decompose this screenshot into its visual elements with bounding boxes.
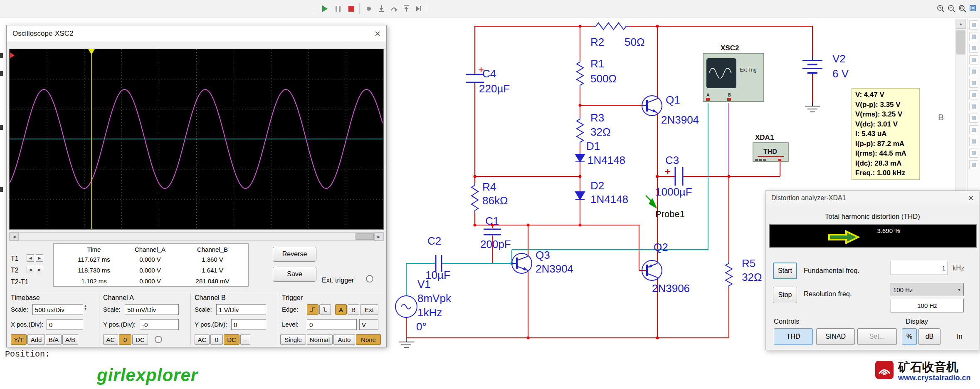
oscilloscope-titlebar[interactable]: Oscilloscope-XSC2 × xyxy=(7,25,386,42)
step-out-icon[interactable] xyxy=(400,2,412,15)
falling-edge-button[interactable] xyxy=(319,304,331,315)
scroll-right-icon[interactable]: ▶ xyxy=(374,233,383,240)
cursor-1-handle[interactable] xyxy=(88,49,95,55)
instrument-icon-8[interactable] xyxy=(969,137,978,146)
instrument-icon-2[interactable] xyxy=(969,67,978,76)
instrument-icon-4[interactable] xyxy=(969,90,978,99)
scrollbar-thumb[interactable] xyxy=(956,30,965,55)
run-to-cursor-icon[interactable] xyxy=(412,2,425,15)
channel-a-zero-button[interactable]: 0 xyxy=(119,334,131,345)
scroll-up-icon[interactable]: ▲ xyxy=(956,19,966,29)
trigger-none-button[interactable]: None xyxy=(356,334,381,345)
oscilloscope-window[interactable]: Oscilloscope-XSC2 × ◀ ▶ T1 ◀ ▶ T2 ◀ ▶ T2… xyxy=(6,25,387,347)
scope-hscrollbar[interactable]: ◀ ▶ xyxy=(9,232,384,241)
settings-button[interactable]: Set... xyxy=(857,328,897,345)
ab-mode-button[interactable]: A/B xyxy=(62,334,78,345)
resolution-freq-dropdown[interactable]: 100 Hz ▼ xyxy=(891,283,964,296)
instrument-icon-9[interactable] xyxy=(969,149,978,158)
channel-b-zero-button[interactable]: 0 xyxy=(210,334,223,345)
trigger-level-input[interactable]: 0 xyxy=(307,319,357,330)
transistor-Q3[interactable] xyxy=(512,253,532,273)
channel-b-ypos-input[interactable]: 0 xyxy=(231,319,266,330)
channel-b-ac-button[interactable]: AC xyxy=(195,334,210,345)
add-mode-button[interactable]: Add xyxy=(27,334,45,345)
analyzer-titlebar[interactable]: Distortion analyzer-XDA1 × xyxy=(765,191,980,205)
trigger-source-b-button[interactable]: B xyxy=(348,304,359,315)
resistor-R3[interactable] xyxy=(577,117,583,144)
pause-at-breakpoint-icon[interactable] xyxy=(363,2,375,15)
capacitor-C3[interactable] xyxy=(675,167,683,186)
channel-b-scale-input[interactable]: 1 V/Div xyxy=(216,304,266,315)
ext-trigger-terminal[interactable] xyxy=(366,275,373,282)
rising-edge-button[interactable] xyxy=(307,304,318,315)
channel-a-scale-input[interactable]: 50 mV/Div xyxy=(125,304,179,315)
save-button[interactable]: Save xyxy=(273,267,316,282)
reverse-button[interactable]: Reverse xyxy=(273,247,316,262)
channel-a-ypos-input[interactable]: -0 xyxy=(140,319,179,330)
instrument-icon-3[interactable] xyxy=(969,79,978,88)
capacitor-C4[interactable] xyxy=(466,74,484,82)
timebase-scale-input[interactable]: 500 us/Div xyxy=(32,304,83,315)
stop-simulation-icon[interactable] xyxy=(345,2,358,15)
step-into-icon[interactable] xyxy=(375,2,388,15)
t2-left-icon[interactable]: ◀ xyxy=(27,266,34,273)
resistor-R4[interactable] xyxy=(471,183,478,213)
yt-mode-button[interactable]: Y/T xyxy=(11,334,27,345)
source-V1[interactable] xyxy=(395,296,417,317)
percent-button[interactable]: % xyxy=(902,328,917,345)
trigger-level-marker[interactable] xyxy=(10,52,15,58)
timebase-xpos-input[interactable]: 0 xyxy=(47,319,83,330)
close-icon[interactable]: × xyxy=(375,29,380,39)
scroll-left-icon[interactable]: ◀ xyxy=(10,233,19,240)
instrument-icon-6[interactable] xyxy=(969,114,978,123)
close-icon[interactable]: × xyxy=(968,193,974,203)
instrument-xsc2[interactable]: Ext Trig A B xyxy=(703,53,764,102)
thd-button[interactable]: THD xyxy=(774,328,813,345)
trigger-normal-button[interactable]: Normal xyxy=(307,334,333,345)
instrument-xda1[interactable]: THD xyxy=(753,143,788,161)
instrument-icon-7[interactable] xyxy=(969,125,978,134)
channel-a-dc-button[interactable]: DC xyxy=(132,334,148,345)
trigger-source-a-button[interactable]: A xyxy=(335,304,347,315)
simulation-icon[interactable] xyxy=(969,44,978,53)
resolution-freq-box[interactable]: 100 Hz xyxy=(891,299,964,312)
timebase-scale-spinner[interactable]: ▲▼ xyxy=(84,304,87,310)
start-button[interactable]: Start xyxy=(773,263,797,279)
xsc2-terminal-b[interactable] xyxy=(727,98,731,101)
instrument-icon-10[interactable] xyxy=(969,160,978,169)
run-simulation-icon[interactable] xyxy=(318,2,331,15)
diode-D2[interactable] xyxy=(575,192,585,199)
channel-a-ac-button[interactable]: AC xyxy=(103,334,118,345)
trigger-source-ext-button[interactable]: Ext xyxy=(360,304,378,315)
ba-mode-button[interactable]: B/A xyxy=(46,334,62,345)
capacitor-C1[interactable] xyxy=(484,229,501,235)
stop-button[interactable]: Stop xyxy=(773,287,797,303)
xsc2-terminal-a[interactable] xyxy=(706,98,710,101)
channel-b-dc-button[interactable]: DC xyxy=(224,334,239,345)
spreadsheet-view-icon[interactable] xyxy=(969,32,978,41)
db-button[interactable]: dB xyxy=(918,328,941,345)
resistor-R1[interactable] xyxy=(577,60,583,87)
design-toolbox-icon[interactable] xyxy=(969,20,978,30)
trigger-auto-button[interactable]: Auto xyxy=(333,334,355,345)
scope-screen[interactable] xyxy=(9,49,384,230)
step-over-icon[interactable] xyxy=(388,2,400,15)
instrument-icon-5[interactable] xyxy=(969,102,978,111)
trigger-level-unit[interactable]: V xyxy=(359,319,378,330)
resistor-R2[interactable] xyxy=(594,23,628,30)
channel-b-minus-button[interactable]: - xyxy=(240,334,250,345)
t1-left-icon[interactable]: ◀ xyxy=(27,254,34,262)
t2-right-icon[interactable]: ▶ xyxy=(36,266,43,273)
zoom-fit-page-icon[interactable] xyxy=(967,2,980,15)
fundamental-freq-input[interactable]: 1 xyxy=(891,261,948,275)
resistor-R5[interactable] xyxy=(726,261,732,288)
distortion-analyzer-window[interactable]: Distortion analyzer-XDA1 × Total harmoni… xyxy=(765,191,980,350)
scope-hscroll-thumb[interactable] xyxy=(355,233,374,240)
source-V2[interactable] xyxy=(802,57,822,75)
transistor-Q1[interactable] xyxy=(642,96,662,116)
sinad-button[interactable]: SINAD xyxy=(816,328,855,345)
instrument-icon-1[interactable] xyxy=(969,55,978,64)
channel-a-terminal[interactable] xyxy=(155,336,162,343)
pause-simulation-icon[interactable] xyxy=(332,2,344,15)
diode-D1[interactable] xyxy=(575,154,585,162)
